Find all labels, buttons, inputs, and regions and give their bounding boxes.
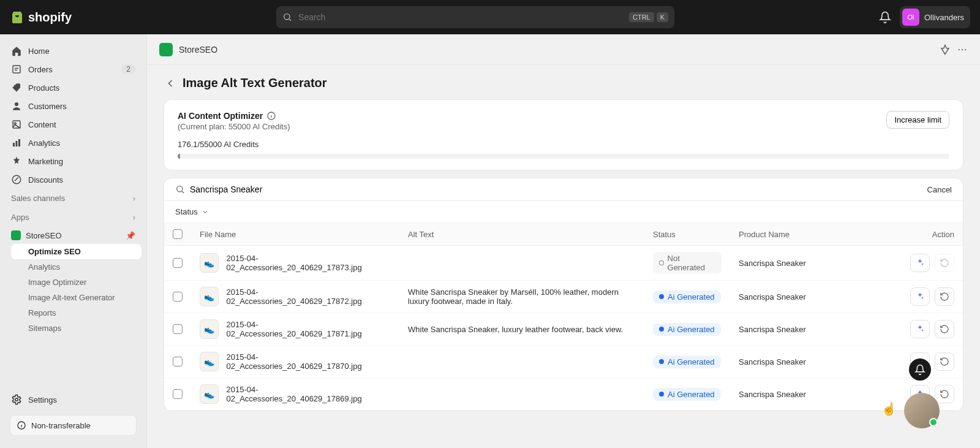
row-checkbox[interactable]: [173, 324, 183, 334]
nav-analytics-label: Analytics: [28, 139, 60, 148]
analytics-icon: [11, 137, 22, 148]
app-name: StoreSEO: [179, 45, 217, 55]
generate-button[interactable]: [910, 320, 930, 338]
nav-customers[interactable]: Customers: [5, 97, 141, 115]
pin-icon[interactable]: 📌: [126, 231, 135, 240]
nav-products[interactable]: Products: [5, 78, 141, 97]
undo-button[interactable]: [935, 352, 954, 371]
row-checkbox[interactable]: [173, 357, 183, 366]
svg-rect-2: [13, 66, 20, 73]
status-filter[interactable]: Status: [175, 207, 209, 216]
orders-icon: [11, 64, 22, 75]
search-icon: [282, 12, 292, 22]
thumbnail: 👟: [200, 384, 219, 404]
sales-channels-header[interactable]: Sales channels›: [5, 189, 141, 208]
row-checkbox[interactable]: [173, 389, 183, 399]
sidebar-item-sitemaps[interactable]: Sitemaps: [11, 321, 141, 336]
sidebar-item-analytics[interactable]: Analytics: [11, 259, 141, 275]
nav-discounts[interactable]: Discounts: [5, 170, 141, 189]
svg-rect-8: [18, 139, 20, 146]
sidebar-item-alt-generator[interactable]: Image Alt-text Generator: [11, 290, 141, 305]
chat-widget[interactable]: [904, 393, 940, 428]
nav-analytics[interactable]: Analytics: [5, 134, 141, 152]
status-badge: Ai Generated: [653, 388, 721, 401]
storeseo-app-icon: [11, 230, 21, 240]
apps-label: Apps: [11, 213, 29, 222]
alt-gen-label: Image Alt-text Generator: [28, 293, 115, 302]
product-name: Sancrispa Sneaker: [730, 246, 889, 281]
sidebar-item-image-optimizer[interactable]: Image Optimizer: [11, 275, 141, 290]
settings-label: Settings: [28, 395, 57, 404]
more-icon[interactable]: [957, 44, 968, 55]
sidebar-item-optimize-seo[interactable]: Optimize SEO: [11, 244, 141, 259]
brand-text: shopify: [28, 10, 72, 25]
discounts-icon: [11, 174, 22, 185]
images-table-card: Cancel Status File Name Alt Text Status …: [164, 178, 963, 411]
sidebar-item-reports[interactable]: Reports: [11, 305, 141, 321]
increase-limit-button[interactable]: Increase limit: [886, 111, 949, 129]
svg-point-14: [959, 48, 960, 50]
status-dot: [659, 327, 664, 332]
info-icon[interactable]: [266, 111, 276, 121]
sidebar: Home Orders2 Products Customers Content …: [0, 34, 147, 448]
svg-point-0: [284, 14, 290, 20]
svg-rect-6: [13, 143, 15, 146]
svg-point-16: [965, 48, 966, 50]
nav-settings[interactable]: Settings: [5, 389, 141, 410]
alt-text-cell: [399, 378, 644, 411]
cancel-button[interactable]: Cancel: [927, 185, 952, 194]
nav-content[interactable]: Content: [5, 115, 141, 134]
row-checkbox[interactable]: [173, 292, 183, 302]
top-bar: shopify CTRL K Ol Ollivanders: [0, 0, 980, 34]
optimize-label: Optimize SEO: [28, 247, 81, 256]
select-all-checkbox[interactable]: [173, 229, 183, 239]
svg-rect-7: [16, 141, 18, 146]
nav-marketing[interactable]: Marketing: [5, 152, 141, 170]
shopify-logo[interactable]: shopify: [10, 10, 72, 25]
info-icon: [17, 420, 26, 430]
nav-orders[interactable]: Orders2: [5, 60, 141, 78]
topbar-right: Ol Ollivanders: [879, 6, 970, 28]
alt-text-cell: [399, 246, 644, 281]
file-name: 2015-04-02_Accessories_20_40629_17870.jp…: [226, 352, 391, 371]
notifications-icon[interactable]: [879, 11, 891, 23]
user-menu[interactable]: Ol Ollivanders: [900, 6, 970, 28]
chevron-right-icon: ›: [133, 194, 135, 203]
apps-header[interactable]: Apps›: [5, 208, 141, 227]
back-button[interactable]: [164, 77, 176, 89]
progress-fill: [178, 154, 180, 159]
svg-point-5: [14, 123, 16, 124]
credits-card: AI Content Optimizer (Current plan: 5500…: [164, 100, 963, 170]
table-row: 👟2015-04-02_Accessories_20_40629_17869.j…: [164, 378, 963, 411]
non-transferable-notice: Non-transferable: [10, 415, 137, 436]
app-icon: [159, 43, 173, 56]
pin-icon[interactable]: [940, 44, 951, 55]
search-input[interactable]: [298, 12, 623, 22]
undo-button[interactable]: [935, 287, 954, 306]
shortcut-hint: CTRL K: [629, 12, 668, 22]
content-icon: [11, 119, 22, 130]
generate-button[interactable]: [910, 287, 930, 306]
search-wrap: CTRL K: [79, 6, 872, 28]
nav-marketing-label: Marketing: [28, 157, 63, 166]
sidebar-item-storeseo[interactable]: StoreSEO 📌: [5, 227, 141, 244]
generate-button[interactable]: [910, 254, 930, 272]
table-search-input[interactable]: [190, 184, 921, 194]
alt-text-cell: [399, 346, 644, 378]
svg-point-3: [15, 102, 18, 106]
status-badge: Not Generated: [653, 252, 722, 274]
customers-icon: [11, 101, 22, 112]
file-name: 2015-04-02_Accessories_20_40629_17871.jp…: [226, 320, 391, 338]
sidebar-storeseo-label: StoreSEO: [26, 231, 62, 240]
svg-line-21: [182, 191, 184, 193]
nav-home[interactable]: Home: [5, 42, 141, 60]
credits-text: 176.1/55000 AI Credits: [178, 140, 949, 149]
floating-notifications[interactable]: [909, 359, 931, 381]
kbd-ctrl: CTRL: [629, 12, 654, 22]
main-content: StoreSEO Image Alt Text Generator AI Con…: [147, 34, 980, 448]
undo-button[interactable]: [935, 385, 954, 403]
global-search[interactable]: CTRL K: [276, 6, 674, 28]
row-checkbox[interactable]: [173, 258, 183, 268]
undo-button[interactable]: [935, 320, 954, 338]
table-search[interactable]: [175, 184, 921, 194]
